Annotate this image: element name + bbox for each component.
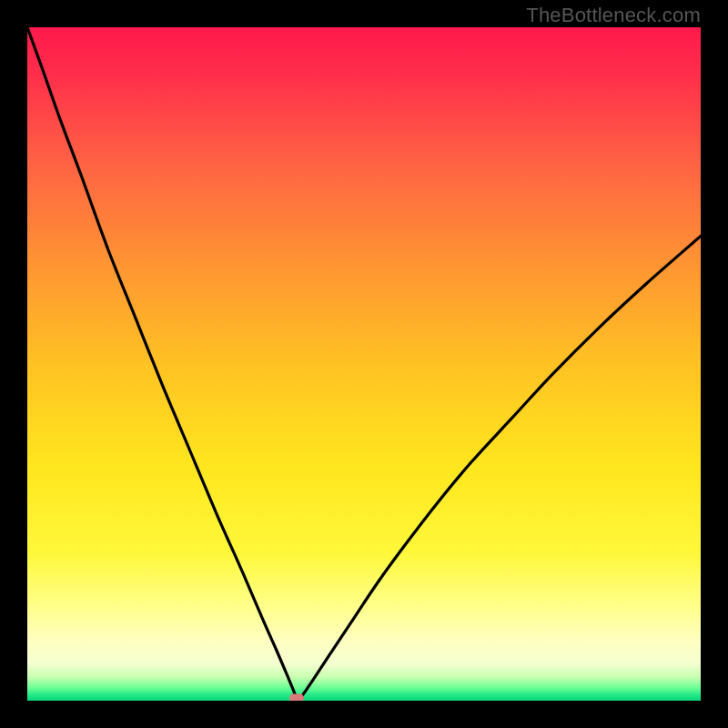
chart-frame: TheBottleneck.com (0, 0, 728, 728)
watermark-text: TheBottleneck.com (526, 4, 701, 27)
optimal-marker (289, 694, 304, 701)
plot-area (27, 27, 701, 701)
bottleneck-curve (27, 27, 701, 701)
